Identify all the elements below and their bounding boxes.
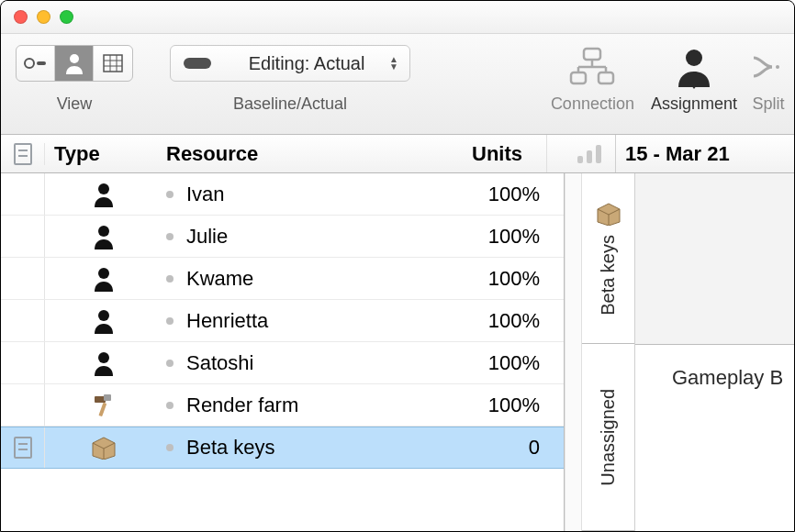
table-row[interactable]: Beta keys0 bbox=[1, 427, 564, 469]
bullet-icon bbox=[166, 191, 174, 198]
resource-cell: Julie bbox=[153, 225, 463, 249]
column-units-header[interactable]: Units bbox=[445, 142, 546, 166]
bullet-icon bbox=[166, 317, 174, 325]
timeline-lane1-label: Beta keys bbox=[598, 235, 619, 316]
view-mode-grid-icon[interactable] bbox=[94, 46, 132, 81]
svg-rect-28 bbox=[98, 402, 106, 416]
column-header-row: Type Resource Units 15 - Mar 21 bbox=[1, 135, 794, 173]
timeline-panel: Beta keys Unassigned Gameplay B bbox=[581, 173, 794, 532]
row-gutter bbox=[1, 258, 45, 299]
svg-rect-8 bbox=[584, 49, 600, 60]
svg-rect-14 bbox=[599, 72, 613, 83]
units-cell: 100% bbox=[463, 225, 564, 249]
box-icon bbox=[596, 202, 621, 226]
units-cell: 100% bbox=[463, 351, 564, 375]
table-row[interactable]: Henrietta100% bbox=[1, 300, 564, 342]
svg-point-15 bbox=[686, 50, 702, 66]
person-icon bbox=[45, 350, 153, 376]
svg-point-22 bbox=[98, 226, 109, 237]
table-row[interactable]: Kwame100% bbox=[1, 258, 564, 300]
view-segmented-group: View bbox=[16, 45, 133, 114]
pill-icon bbox=[184, 58, 211, 69]
person-icon bbox=[45, 182, 153, 207]
timeline-date-label: 15 - Mar 21 bbox=[616, 142, 730, 166]
assignment-button[interactable]: Assignment bbox=[651, 45, 737, 114]
bullet-icon bbox=[166, 233, 174, 240]
resource-name: Henrietta bbox=[186, 309, 268, 333]
column-type-header[interactable]: Type bbox=[45, 142, 153, 166]
svg-rect-3 bbox=[104, 55, 122, 72]
row-gutter bbox=[1, 427, 45, 468]
baseline-group-label: Baseline/Actual bbox=[233, 94, 347, 114]
timeline-lane-unassigned[interactable]: Unassigned bbox=[582, 344, 634, 531]
zoom-window-button[interactable] bbox=[60, 10, 73, 24]
timeline-shaded-region bbox=[635, 173, 794, 344]
stepper-icon: ▲▼ bbox=[389, 56, 398, 71]
view-segmented-control[interactable] bbox=[16, 45, 133, 82]
units-cell: 100% bbox=[463, 183, 564, 206]
resource-name: Ivan bbox=[186, 183, 225, 206]
svg-point-21 bbox=[98, 183, 109, 194]
resource-cell: Beta keys bbox=[153, 436, 463, 460]
svg-point-25 bbox=[98, 352, 109, 363]
view-mode-person-icon[interactable] bbox=[55, 46, 94, 81]
baseline-actual-dropdown[interactable]: Editing: Actual ▲▼ bbox=[170, 45, 410, 82]
person-icon bbox=[45, 308, 153, 334]
view-mode-link-icon[interactable] bbox=[17, 46, 55, 81]
resource-cell: Render farm bbox=[153, 393, 463, 417]
column-resource-header[interactable]: Resource bbox=[153, 142, 445, 166]
note-icon bbox=[14, 143, 32, 165]
toolbar: View Editing: Actual ▲▼ Baseline/Actual … bbox=[1, 34, 794, 135]
units-cell: 0 bbox=[463, 436, 564, 460]
resource-cell: Ivan bbox=[153, 183, 463, 206]
vertical-scrollbar[interactable] bbox=[565, 173, 581, 532]
resource-cell: Henrietta bbox=[153, 309, 463, 333]
svg-point-24 bbox=[98, 310, 109, 321]
svg-rect-27 bbox=[104, 394, 111, 401]
minimize-window-button[interactable] bbox=[37, 10, 50, 24]
svg-point-23 bbox=[98, 268, 109, 279]
dropdown-label: Editing: Actual bbox=[224, 53, 389, 74]
resource-cell: Kwame bbox=[153, 267, 463, 291]
table-row[interactable]: Render farm100% bbox=[1, 384, 564, 427]
resource-name: Julie bbox=[186, 225, 228, 249]
svg-rect-18 bbox=[577, 156, 583, 163]
resource-name: Satoshi bbox=[186, 351, 253, 375]
person-icon bbox=[45, 224, 153, 249]
row-gutter bbox=[1, 342, 45, 383]
units-cell: 100% bbox=[463, 393, 564, 417]
mini-bars-icon[interactable] bbox=[563, 135, 616, 172]
assignment-label: Assignment bbox=[651, 94, 737, 114]
units-cell: 100% bbox=[463, 309, 564, 333]
timeline-lane-beta-keys[interactable]: Beta keys bbox=[582, 173, 634, 344]
units-cell: 100% bbox=[463, 267, 564, 291]
svg-rect-20 bbox=[596, 145, 601, 163]
svg-point-17 bbox=[776, 65, 779, 69]
bullet-icon bbox=[166, 444, 174, 451]
svg-point-2 bbox=[70, 54, 79, 63]
row-gutter bbox=[1, 173, 45, 215]
resource-cell: Satoshi bbox=[153, 351, 463, 375]
resource-name: Kwame bbox=[186, 267, 253, 291]
table-row[interactable]: Julie100% bbox=[1, 216, 564, 258]
svg-rect-19 bbox=[587, 150, 592, 163]
row-gutter bbox=[1, 300, 45, 341]
baseline-actual-group: Editing: Actual ▲▼ Baseline/Actual bbox=[170, 45, 410, 114]
connection-button[interactable]: Connection bbox=[551, 45, 634, 114]
svg-rect-0 bbox=[25, 59, 34, 68]
bullet-icon bbox=[166, 275, 174, 283]
resource-name: Render farm bbox=[186, 393, 298, 417]
row-gutter bbox=[1, 384, 45, 426]
split-button[interactable]: Split bbox=[750, 45, 787, 114]
hammer-icon bbox=[45, 393, 153, 418]
view-group-label: View bbox=[57, 94, 93, 114]
bullet-icon bbox=[166, 360, 174, 367]
bullet-icon bbox=[166, 402, 174, 409]
resource-name: Beta keys bbox=[186, 436, 275, 460]
table-row[interactable]: Ivan100% bbox=[1, 173, 564, 216]
split-label: Split bbox=[752, 94, 784, 114]
connection-label: Connection bbox=[551, 94, 634, 114]
close-window-button[interactable] bbox=[14, 10, 28, 24]
table-row[interactable]: Satoshi100% bbox=[1, 342, 564, 384]
timeline-task-label: Gameplay B bbox=[672, 366, 783, 390]
